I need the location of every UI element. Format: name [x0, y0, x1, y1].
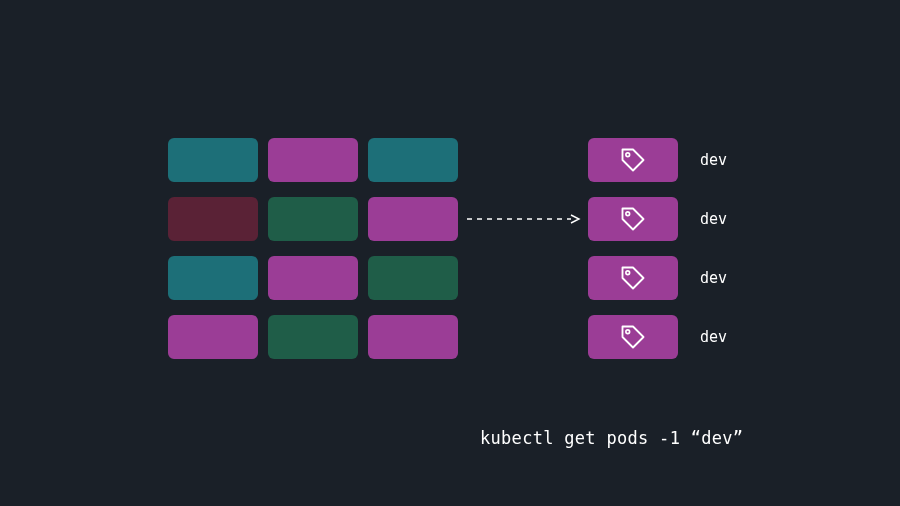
pod-cell: [268, 315, 358, 359]
dashed-arrow: [458, 197, 588, 241]
pod-cell: [268, 138, 358, 182]
pod-cell: [168, 256, 258, 300]
result-label: dev: [700, 328, 727, 346]
pod-cell: [268, 197, 358, 241]
svg-point-4: [626, 330, 630, 334]
svg-point-2: [626, 212, 630, 216]
arrow-right-icon: [463, 213, 583, 225]
pod-cell: [368, 315, 458, 359]
result-pod: [588, 197, 678, 241]
result-row: dev: [588, 138, 727, 182]
result-pod: [588, 256, 678, 300]
pod-cell: [168, 315, 258, 359]
pod-grid: [168, 138, 458, 359]
pod-cell: [368, 197, 458, 241]
tag-icon: [619, 323, 647, 351]
result-row: dev: [588, 256, 727, 300]
pod-cell: [168, 197, 258, 241]
result-pod: [588, 138, 678, 182]
pod-cell: [168, 138, 258, 182]
diagram-stage: dev dev dev: [168, 138, 727, 359]
tag-icon: [619, 205, 647, 233]
result-pod: [588, 315, 678, 359]
result-label: dev: [700, 151, 727, 169]
svg-point-3: [626, 271, 630, 275]
result-column: dev dev dev: [588, 138, 727, 359]
tag-icon: [619, 146, 647, 174]
result-row: dev: [588, 315, 727, 359]
pod-cell: [268, 256, 358, 300]
pod-cell: [368, 256, 458, 300]
result-label: dev: [700, 269, 727, 287]
svg-point-1: [626, 153, 630, 157]
result-row: dev: [588, 197, 727, 241]
command-text: kubectl get pods -1 “dev”: [480, 428, 743, 448]
result-label: dev: [700, 210, 727, 228]
pod-cell: [368, 138, 458, 182]
tag-icon: [619, 264, 647, 292]
